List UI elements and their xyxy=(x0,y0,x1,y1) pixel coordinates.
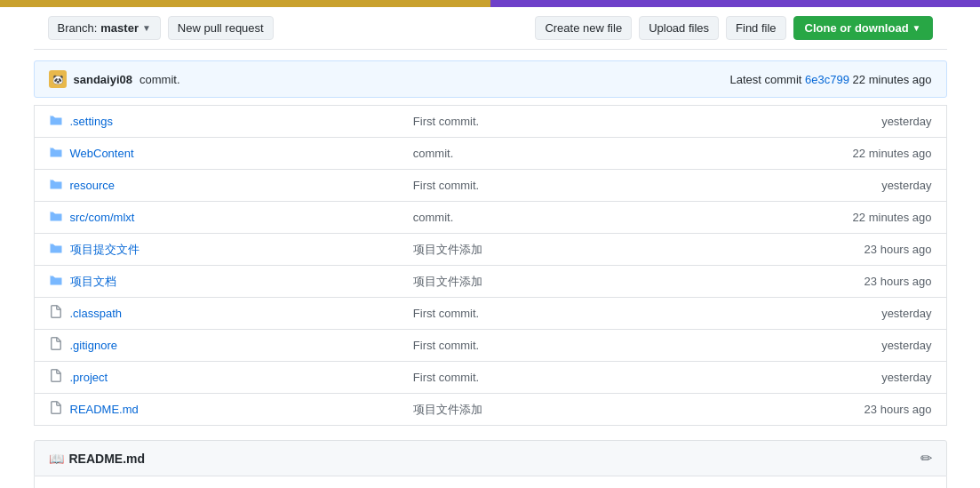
file-time: yesterday xyxy=(764,170,946,202)
commit-header: 🐼 sandaiyi08 commit. Latest commit 6e3c7… xyxy=(34,60,947,98)
file-name-cell: 项目文档 xyxy=(34,266,399,298)
table-row: .project First commit. yesterday xyxy=(34,362,946,394)
branch-selector[interactable]: Branch: master ▼ xyxy=(48,16,161,40)
readme-header: 📖 README.md ✏ xyxy=(34,440,947,476)
folder-icon xyxy=(49,113,63,130)
commit-author: sandaiyi08 xyxy=(74,73,133,86)
file-icon xyxy=(49,369,63,386)
file-name-cell: .gitignore xyxy=(34,330,399,362)
edit-icon[interactable]: ✏ xyxy=(920,450,932,467)
avatar-text: 🐼 xyxy=(52,75,63,84)
file-commit-msg: First commit. xyxy=(399,330,764,362)
file-time: yesterday xyxy=(764,298,946,330)
file-icon xyxy=(49,305,63,322)
file-link[interactable]: README.md xyxy=(70,403,139,416)
file-commit-msg: commit. xyxy=(399,202,764,234)
folder-icon xyxy=(49,145,63,162)
file-commit-msg: commit. xyxy=(399,138,764,170)
file-time: yesterday xyxy=(764,330,946,362)
toolbar-right: Create new file Upload files Find file C… xyxy=(535,16,932,40)
file-link[interactable]: src/com/mlxt xyxy=(70,211,135,224)
table-row: README.md 项目文件添加 23 hours ago xyxy=(34,394,946,426)
file-icon xyxy=(49,337,63,354)
folder-icon xyxy=(49,273,63,290)
table-row: resource First commit. yesterday xyxy=(34,170,946,202)
latest-commit-label: Latest commit xyxy=(730,73,802,86)
branch-label: Branch: xyxy=(58,21,98,35)
file-link[interactable]: WebContent xyxy=(70,147,134,160)
file-link[interactable]: resource xyxy=(70,179,116,192)
table-row: 项目文档 项目文件添加 23 hours ago xyxy=(34,266,946,298)
file-commit-msg: First commit. xyxy=(399,170,764,202)
file-time: 23 hours ago xyxy=(764,234,946,266)
commit-hash: 6e3c799 xyxy=(805,73,849,86)
top-bar xyxy=(0,0,980,7)
file-icon xyxy=(49,401,63,418)
file-name-cell: README.md xyxy=(34,394,399,426)
file-commit-msg: 项目文件添加 xyxy=(399,394,764,426)
top-bar-segment-gold xyxy=(0,0,490,7)
upload-files-button[interactable]: Upload files xyxy=(639,16,719,40)
table-row: .settings First commit. yesterday xyxy=(34,106,946,138)
toolbar-left: Branch: master ▼ New pull request xyxy=(48,16,529,40)
file-commit-msg: First commit. xyxy=(399,298,764,330)
clone-download-label: Clone or download xyxy=(805,21,909,35)
file-link[interactable]: 项目文档 xyxy=(70,274,116,290)
file-commit-msg: 项目文件添加 xyxy=(399,234,764,266)
table-row: WebContent commit. 22 minutes ago xyxy=(34,138,946,170)
clone-download-button[interactable]: Clone or download ▼ xyxy=(793,16,933,40)
file-time: yesterday xyxy=(764,362,946,394)
table-row: .classpath First commit. yesterday xyxy=(34,298,946,330)
readme-body xyxy=(34,476,947,488)
commit-time: 22 minutes ago xyxy=(853,73,932,86)
file-link[interactable]: .gitignore xyxy=(70,339,117,352)
file-name-cell: resource xyxy=(34,170,399,202)
file-name-cell: .project xyxy=(34,362,399,394)
chevron-down-icon: ▼ xyxy=(142,23,151,33)
file-time: yesterday xyxy=(764,106,946,138)
file-commit-msg: First commit. xyxy=(399,106,764,138)
file-table: .settings First commit. yesterday WebCon… xyxy=(34,105,947,426)
readme-title-left: 📖 README.md xyxy=(49,452,146,466)
new-pull-request-button[interactable]: New pull request xyxy=(168,16,274,40)
commit-header-left: 🐼 sandaiyi08 commit. xyxy=(49,70,180,88)
file-time: 22 minutes ago xyxy=(764,202,946,234)
table-row: src/com/mlxt commit. 22 minutes ago xyxy=(34,202,946,234)
file-name-cell: 项目提交文件 xyxy=(34,234,399,266)
commit-meta: Latest commit 6e3c799 22 minutes ago xyxy=(730,73,932,86)
toolbar: Branch: master ▼ New pull request Create… xyxy=(34,7,947,50)
file-commit-msg: 项目文件添加 xyxy=(399,266,764,298)
commit-message: commit. xyxy=(139,73,180,86)
file-name-cell: src/com/mlxt xyxy=(34,202,399,234)
file-name-cell: .settings xyxy=(34,106,399,138)
readme-title: README.md xyxy=(69,452,146,466)
avatar: 🐼 xyxy=(49,70,67,88)
folder-icon xyxy=(49,241,63,258)
file-time: 22 minutes ago xyxy=(764,138,946,170)
table-row: 项目提交文件 项目文件添加 23 hours ago xyxy=(34,234,946,266)
chevron-down-icon: ▼ xyxy=(912,23,921,33)
file-link[interactable]: 项目提交文件 xyxy=(70,242,139,258)
create-new-file-button[interactable]: Create new file xyxy=(535,16,632,40)
file-link[interactable]: .project xyxy=(70,371,108,384)
file-time: 23 hours ago xyxy=(764,266,946,298)
file-name-cell: WebContent xyxy=(34,138,399,170)
table-row: .gitignore First commit. yesterday xyxy=(34,330,946,362)
folder-icon xyxy=(49,209,63,226)
file-time: 23 hours ago xyxy=(764,394,946,426)
file-link[interactable]: .classpath xyxy=(70,307,123,320)
file-link[interactable]: .settings xyxy=(70,115,113,128)
top-bar-segment-purple xyxy=(490,0,981,7)
book-icon: 📖 xyxy=(49,452,64,466)
file-commit-msg: First commit. xyxy=(399,362,764,394)
file-name-cell: .classpath xyxy=(34,298,399,330)
find-file-button[interactable]: Find file xyxy=(726,16,786,40)
branch-name: master xyxy=(100,21,139,35)
folder-icon xyxy=(49,177,63,194)
